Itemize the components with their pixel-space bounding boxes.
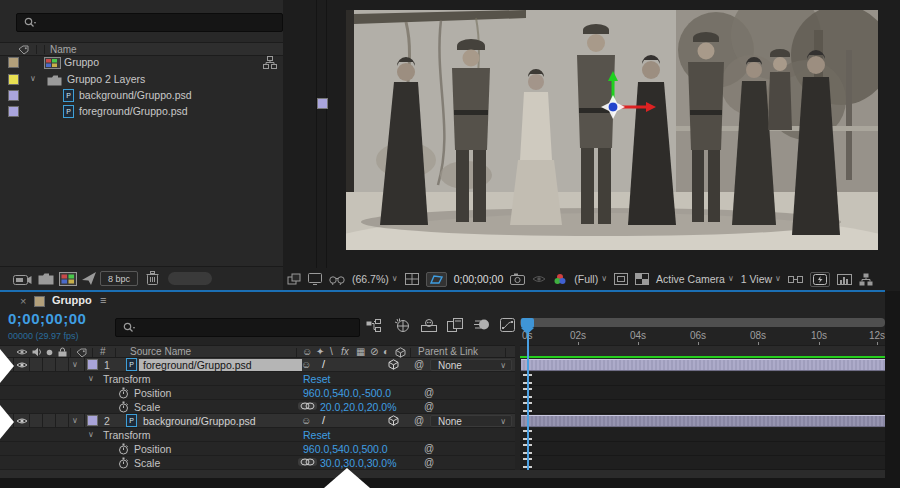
layer-1-duration-bar[interactable] [521,359,885,371]
main-viewer-icon[interactable] [308,273,322,285]
shy-toggle[interactable]: ☺ [301,416,311,426]
interpret-footage-icon[interactable] [13,273,32,286]
chevron-down-icon[interactable]: ∨ [72,417,78,425]
layer-name-selected[interactable]: foreground/Gruppo.psd [139,359,302,371]
effects-column-icon[interactable]: fx [341,347,349,357]
resolution-dropdown[interactable]: (Full)∨ [574,273,607,285]
share-view-icon[interactable] [788,274,803,285]
layer-label-swatch[interactable] [87,359,98,370]
chevron-down-icon[interactable]: ∨ [88,431,94,439]
transform-group-row[interactable]: ∨ Transform Reset [0,428,515,442]
project-column-name[interactable]: Name [50,44,77,55]
show-channel-icon[interactable] [553,273,567,285]
playhead-line[interactable] [527,318,529,476]
position-value[interactable]: 960.0,540.0,-500.0 [303,387,391,399]
send-icon[interactable] [82,272,97,286]
column-parent-link[interactable]: Parent & Link [418,346,478,357]
project-item-gruppo[interactable]: Gruppo [0,55,283,71]
work-area-bar[interactable] [520,318,885,327]
project-item-label[interactable]: Gruppo 2 Layers [67,73,145,85]
panel-divider[interactable] [326,0,327,268]
always-preview-icon[interactable] [287,273,301,285]
column-source-name[interactable]: Source Name [130,346,191,357]
adjustment-column-icon[interactable]: ◐ [383,347,389,357]
layer-row-1[interactable]: ∨ 1 P foreground/Gruppo.psd ☺ / @ None ∨ [0,358,515,372]
view-layout-dropdown[interactable]: 1 View∨ [741,273,781,285]
snapshot-camera-icon[interactable] [510,273,525,285]
layer-name[interactable]: background/Gruppo.psd [143,415,256,427]
stopwatch-icon[interactable] [118,443,129,455]
position-value[interactable]: 960.0,540.0,500.0 [303,443,388,455]
preview-timecode[interactable]: 0;00;00;00 [454,273,504,285]
chevron-down-icon[interactable]: ∨ [30,75,36,83]
stopwatch-icon[interactable] [118,457,129,469]
draft-3d-icon[interactable] [393,318,410,333]
grid-guides-icon[interactable] [405,273,419,285]
composition-viewport[interactable] [346,10,878,250]
eye-icon[interactable] [16,417,28,425]
position-label[interactable]: Position [134,443,171,455]
parent-dropdown[interactable]: None ∨ [430,359,512,371]
property-pick-whip-icon[interactable]: @ [424,443,434,454]
transform-label[interactable]: Transform [103,373,150,385]
property-pick-whip-icon[interactable]: @ [424,457,434,468]
composition-mini-flowchart-icon[interactable] [366,319,382,333]
eye-icon[interactable] [16,361,28,369]
shy-toggle[interactable]: ☺ [301,360,311,370]
flowchart-icon[interactable] [263,56,277,69]
position-row[interactable]: Position 960.0,540.0,500.0 @ [0,442,515,456]
region-of-interest-icon[interactable] [614,273,628,285]
magnification-dropdown[interactable]: (66.7%)∨ [352,273,398,285]
scale-value[interactable]: 30.0,30.0,30.0% [320,457,396,469]
constrain-proportions-icon[interactable] [298,402,317,410]
current-timecode[interactable]: 0;00;00;00 [8,310,86,327]
quality-toggle[interactable]: / [322,414,325,426]
timeline-search-input[interactable] [115,318,360,337]
histogram-icon[interactable] [837,274,852,285]
label-swatch[interactable] [8,74,19,85]
panel-scrollbar[interactable] [168,272,212,285]
scale-label[interactable]: Scale [134,457,160,469]
hide-shy-layers-icon[interactable] [421,318,437,332]
property-pick-whip-icon[interactable]: @ [424,387,434,398]
timeline-tab-title[interactable]: Gruppo [52,294,92,306]
chevron-down-icon[interactable]: ∨ [72,361,78,369]
motion-blur-column-icon[interactable]: ⊘ [370,347,378,357]
label-swatch[interactable] [8,106,19,117]
project-item-folder[interactable]: ∨ Gruppo 2 Layers [0,72,283,88]
collapse-column-icon[interactable]: ✦ [316,347,324,357]
frame-blend-column-icon[interactable]: ▦ [356,347,365,357]
position-row[interactable]: Position 960.0,540.0,-500.0 @ [0,386,515,400]
parent-dropdown[interactable]: None ∨ [430,415,512,427]
position-label[interactable]: Position [134,387,171,399]
new-folder-icon[interactable] [38,273,54,285]
stopwatch-icon[interactable] [118,387,129,399]
reset-link[interactable]: Reset [303,429,330,441]
project-item-foreground[interactable]: P foreground/Gruppo.psd [0,104,283,120]
close-icon[interactable]: × [20,295,26,307]
3d-axis-gizmo[interactable] [586,65,666,135]
project-item-label[interactable]: foreground/Gruppo.psd [79,105,188,117]
stopwatch-icon[interactable] [118,401,129,413]
playhead-handle[interactable] [521,318,534,328]
scale-value[interactable]: 20.0,20.0,20.0% [320,401,396,413]
label-swatch[interactable] [8,90,19,101]
trash-icon[interactable] [146,271,159,286]
transform-label[interactable]: Transform [103,429,150,441]
panel-divider[interactable] [316,0,317,268]
transform-group-row[interactable]: ∨ Transform Reset [0,372,515,386]
new-composition-icon[interactable] [59,272,77,286]
stereo-3d-icon[interactable] [329,274,345,285]
mini-flowchart-icon[interactable] [859,273,873,286]
menu-icon[interactable]: ≡ [100,294,106,306]
3d-layer-toggle[interactable] [388,359,399,370]
parent-pick-whip-icon[interactable]: @ [414,415,424,426]
motion-blur-icon[interactable] [474,318,490,331]
column-index[interactable]: # [100,346,106,357]
constrain-proportions-icon[interactable] [298,458,317,466]
time-ruler[interactable]: 0s 02s 04s 06s 08s 10s 12s [520,330,885,345]
divider-handle[interactable] [317,98,328,109]
3d-view-dropdown[interactable]: Active Camera∨ [656,273,734,285]
shy-column-icon[interactable]: ☺ [302,347,312,357]
reset-link[interactable]: Reset [303,373,330,385]
